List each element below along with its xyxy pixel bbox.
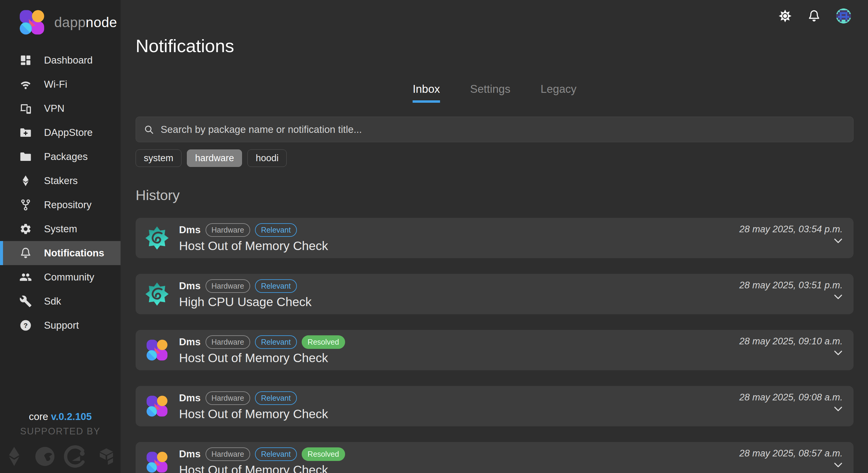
notification-list: DmsHardwareRelevantHost Out of Memory Ch… [135, 218, 854, 473]
tabs: InboxSettingsLegacy [135, 83, 854, 103]
dappstore-icon [19, 126, 32, 139]
relevant-badge: Relevant [255, 335, 297, 349]
sidebar-item-packages[interactable]: Packages [0, 145, 121, 169]
notification-right: 28 may 2025, 09:08 a.m. [739, 386, 843, 412]
sidebar-item-label: System [44, 223, 77, 235]
chevron-down-icon[interactable] [834, 406, 843, 412]
notification-meta-row: DmsHardwareRelevant [179, 391, 328, 405]
sidebar-item-dashboard[interactable]: Dashboard [0, 48, 121, 72]
notification-card[interactable]: DmsHardwareRelevantResolvedHost Out of M… [135, 330, 854, 370]
sidebar-item-label: Wi-Fi [44, 78, 67, 90]
notification-source: Dms [179, 336, 201, 348]
sidebar-item-sdk[interactable]: Sdk [0, 289, 121, 313]
bell-icon[interactable] [807, 9, 821, 23]
sidebar-item-notifications[interactable]: Notifications [0, 241, 121, 265]
sidebar-item-wi-fi[interactable]: Wi-Fi [0, 72, 121, 96]
relevant-badge: Relevant [255, 223, 297, 237]
notification-title: High CPU Usage Check [179, 295, 312, 309]
chevron-down-icon[interactable] [834, 294, 843, 300]
svg-text:?: ? [24, 321, 28, 329]
chevron-down-icon[interactable] [834, 238, 843, 244]
sidebar-item-label: Stakers [44, 175, 78, 187]
dappnode-package-icon [145, 338, 169, 362]
chevron-down-icon[interactable] [834, 350, 843, 356]
notification-title: Host Out of Memory Check [179, 239, 328, 253]
dappnode-package-icon [145, 394, 169, 418]
notifications-icon [19, 247, 32, 259]
vpn-icon [19, 102, 32, 115]
sidebar-item-repository[interactable]: Repository [0, 193, 121, 217]
search-input[interactable] [160, 124, 845, 135]
stakers-icon [19, 175, 32, 187]
filter-chip-hoodi[interactable]: hoodi [247, 150, 287, 167]
support-icon: ? [19, 319, 32, 332]
search-bar [135, 117, 854, 142]
sidebar-nav: DashboardWi-FiVPNDAppStorePackagesStaker… [0, 45, 121, 338]
notification-source: Dms [179, 448, 201, 460]
sidebar-item-system[interactable]: System [0, 217, 121, 241]
brand-logo[interactable]: dappnode [0, 0, 121, 45]
notification-title: Host Out of Memory Check [179, 407, 328, 421]
notification-timestamp: 28 may 2025, 03:51 p.m. [739, 280, 843, 291]
cube-stack-logo-icon[interactable] [95, 445, 118, 468]
sidebar-item-label: VPN [44, 103, 64, 114]
notification-title: Host Out of Memory Check [179, 463, 345, 473]
notification-timestamp: 28 may 2025, 09:08 a.m. [739, 392, 843, 403]
sidebar-item-support[interactable]: ?Support [0, 313, 121, 338]
notification-source: Dms [179, 280, 201, 292]
dappnode-package-icon [145, 450, 169, 473]
sidebar-item-stakers[interactable]: Stakers [0, 169, 121, 193]
notification-body: DmsHardwareRelevantResolvedHost Out of M… [179, 335, 345, 365]
sidebar-item-label: Dashboard [44, 55, 93, 66]
avatar-blockies[interactable] [836, 8, 851, 24]
tab-settings[interactable]: Settings [470, 83, 510, 103]
notification-card[interactable]: DmsHardwareRelevantResolvedHost Out of M… [135, 442, 854, 473]
sdk-icon [19, 295, 32, 308]
supported-by-label: SUPPORTED BY [0, 426, 121, 437]
filter-chips: systemhardwarehoodi [135, 150, 854, 167]
dappnode-logo-icon [18, 8, 46, 37]
dashboard-icon [19, 54, 32, 67]
notification-right: 28 may 2025, 09:10 a.m. [739, 330, 843, 356]
chevron-down-icon[interactable] [834, 463, 843, 468]
tab-legacy[interactable]: Legacy [540, 83, 576, 103]
sidebar-item-label: Packages [44, 151, 88, 162]
sidebar-item-dappstore[interactable]: DAppStore [0, 121, 121, 145]
sidebar-item-label: Support [44, 320, 79, 331]
notification-card[interactable]: DmsHardwareRelevantHigh CPU Usage Check2… [135, 274, 854, 314]
notification-meta-row: DmsHardwareRelevant [179, 279, 312, 293]
notification-title: Host Out of Memory Check [179, 351, 345, 365]
search-icon [144, 124, 154, 135]
theme-toggle-sun-icon[interactable] [778, 9, 792, 23]
ethereum-logo-icon[interactable] [2, 445, 26, 468]
gnosis-owl-logo-icon[interactable] [33, 445, 57, 468]
hardware-badge: Hardware [206, 447, 250, 461]
notification-body: DmsHardwareRelevantHigh CPU Usage Check [179, 279, 312, 309]
hardware-badge: Hardware [206, 335, 250, 349]
notification-right: 28 may 2025, 03:51 p.m. [739, 274, 843, 300]
notification-body: DmsHardwareRelevantHost Out of Memory Ch… [179, 223, 328, 253]
filter-chip-hardware[interactable]: hardware [187, 150, 242, 167]
tab-inbox[interactable]: Inbox [412, 83, 440, 103]
main-content: Notifications InboxSettingsLegacy system… [121, 0, 868, 473]
system-icon [19, 223, 32, 235]
hardware-badge: Hardware [206, 223, 250, 237]
partner-logos [0, 445, 121, 468]
sidebar-item-community[interactable]: Community [0, 265, 121, 289]
notification-body: DmsHardwareRelevantHost Out of Memory Ch… [179, 391, 328, 421]
sidebar-item-label: Repository [44, 199, 92, 211]
history-heading: History [135, 187, 854, 203]
packages-icon [19, 150, 32, 163]
sidebar-item-label: DAppStore [44, 127, 93, 138]
repository-icon [19, 198, 32, 211]
notification-timestamp: 28 may 2025, 09:10 a.m. [739, 336, 843, 347]
hardware-badge: Hardware [206, 391, 250, 405]
circle-arc-logo-icon[interactable] [64, 445, 87, 468]
sidebar-item-vpn[interactable]: VPN [0, 96, 121, 121]
relevant-badge: Relevant [255, 391, 297, 405]
grafana-package-icon [145, 226, 169, 250]
notification-right: 28 may 2025, 03:54 p.m. [739, 218, 843, 244]
filter-chip-system[interactable]: system [135, 150, 181, 167]
notification-card[interactable]: DmsHardwareRelevantHost Out of Memory Ch… [135, 218, 854, 258]
notification-card[interactable]: DmsHardwareRelevantHost Out of Memory Ch… [135, 386, 854, 426]
